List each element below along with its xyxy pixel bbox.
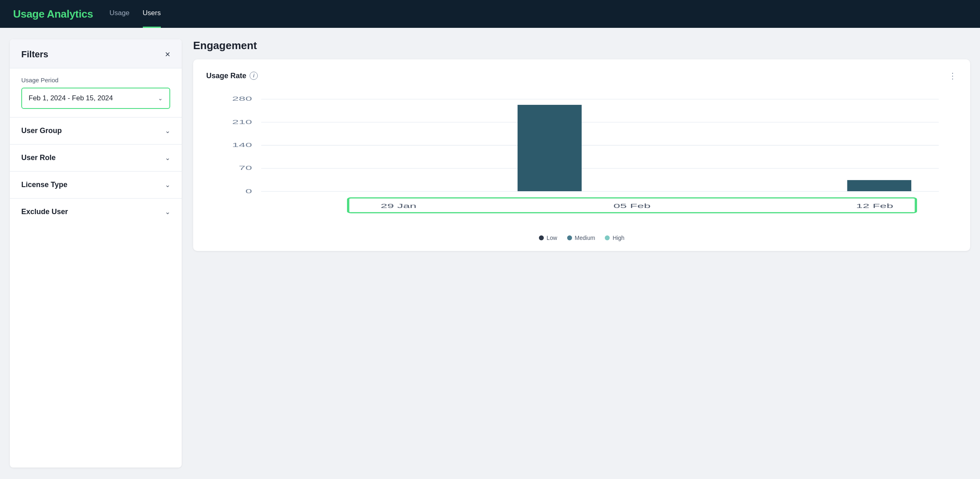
chart-title-row: Usage Rate i (206, 72, 258, 80)
svg-text:280: 280 (232, 96, 252, 102)
svg-text:210: 210 (232, 119, 252, 125)
svg-text:0: 0 (246, 188, 252, 194)
chart-header: Usage Rate i ⋮ (206, 71, 957, 81)
app-header: Usage Analytics Usage Users (0, 0, 980, 28)
info-icon[interactable]: i (250, 72, 258, 80)
right-content: Engagement Usage Rate i ⋮ (182, 39, 970, 468)
svg-text:29 Jan: 29 Jan (381, 203, 416, 209)
main-content: Filters × Usage Period Feb 1, 2024 - Feb… (0, 28, 980, 479)
filter-row-license-type[interactable]: License Type ⌄ (10, 172, 182, 199)
legend-dot-medium (567, 235, 572, 240)
bar-05feb (518, 105, 582, 191)
filter-row-user-group[interactable]: User Group ⌄ (10, 117, 182, 145)
filters-header: Filters × (10, 39, 182, 68)
legend-dot-low (539, 235, 544, 240)
bar-12feb (847, 180, 911, 192)
exclude-user-chevron-icon: ⌄ (165, 208, 170, 216)
legend-label-low: Low (547, 235, 557, 241)
user-role-chevron-icon: ⌄ (165, 154, 170, 162)
filter-row-user-role[interactable]: User Role ⌄ (10, 145, 182, 172)
engagement-title: Engagement (193, 39, 970, 52)
legend-item-low: Low (539, 235, 557, 241)
license-type-chevron-icon: ⌄ (165, 181, 170, 189)
app-title: Usage Analytics (13, 8, 93, 20)
user-group-chevron-icon: ⌄ (165, 127, 170, 135)
user-group-label: User Group (21, 127, 62, 135)
legend-dot-high (605, 235, 610, 240)
user-role-label: User Role (21, 154, 56, 162)
legend-item-high: High (605, 235, 624, 241)
date-range-chevron-icon: ⌄ (158, 95, 163, 102)
chart-area: 280 210 140 70 0 (206, 90, 957, 230)
filters-title: Filters (21, 49, 48, 60)
more-options-icon[interactable]: ⋮ (948, 71, 957, 81)
svg-text:12 Feb: 12 Feb (856, 203, 893, 209)
tab-usage[interactable]: Usage (109, 0, 129, 28)
usage-period-section: Usage Period Feb 1, 2024 - Feb 15, 2024 … (10, 68, 182, 117)
usage-period-label: Usage Period (21, 77, 170, 84)
close-filters-button[interactable]: × (165, 50, 170, 59)
date-range-value: Feb 1, 2024 - Feb 15, 2024 (29, 94, 113, 102)
filter-row-exclude-user[interactable]: Exclude User ⌄ (10, 199, 182, 225)
license-type-label: License Type (21, 181, 68, 189)
date-range-select[interactable]: Feb 1, 2024 - Feb 15, 2024 ⌄ (21, 88, 170, 109)
chart-legend: Low Medium High (206, 235, 957, 241)
tab-users[interactable]: Users (143, 0, 161, 28)
chart-title: Usage Rate (206, 72, 246, 80)
filters-panel: Filters × Usage Period Feb 1, 2024 - Feb… (10, 39, 182, 468)
legend-item-medium: Medium (567, 235, 595, 241)
exclude-user-label: Exclude User (21, 208, 68, 216)
svg-text:05 Feb: 05 Feb (613, 203, 651, 209)
legend-label-high: High (613, 235, 624, 241)
svg-text:70: 70 (239, 165, 252, 172)
chart-card: Usage Rate i ⋮ 280 (193, 59, 970, 251)
chart-svg: 280 210 140 70 0 (206, 90, 957, 230)
legend-label-medium: Medium (575, 235, 595, 241)
nav-tabs: Usage Users (109, 0, 161, 28)
svg-text:140: 140 (232, 142, 252, 148)
